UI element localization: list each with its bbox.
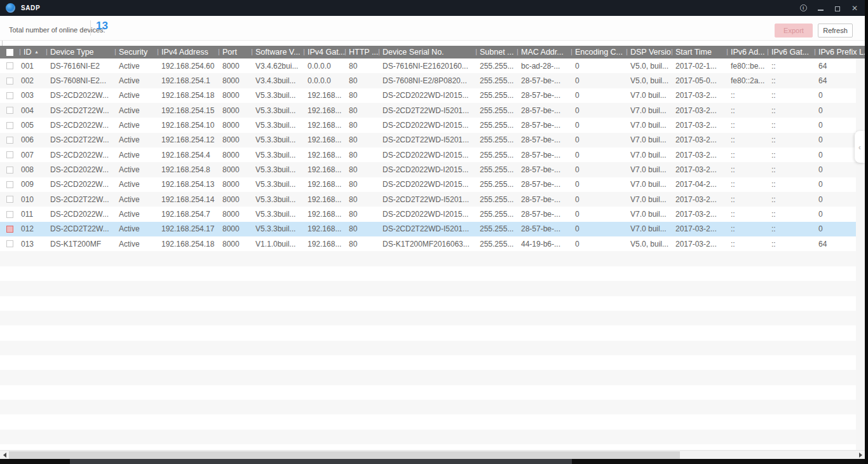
table-row[interactable]: 009DS-2CD2022W...Active192.168.254.13800… [0,177,865,192]
row-checkbox[interactable] [6,122,13,129]
hscroll-thumb[interactable] [9,451,680,459]
column-header-ipv6_gateway[interactable]: |IPv6 Gat... [767,46,814,58]
cell-dsp_version: V7.0 buil... [626,177,671,192]
column-header-encoding_channels[interactable]: |Encoding C... [571,46,626,58]
row-checkbox[interactable] [6,78,13,85]
column-header-label: ID [24,48,32,57]
desktop-strip-bottom [0,459,865,464]
cell-ipv4_gateway: 192.168... [303,236,344,251]
column-header-ipv6_prefix_length[interactable]: |IPv6 Prefix L... [814,46,868,58]
cell-start_time: 2017-04-2... [671,177,726,192]
row-checkbox-cell [0,73,19,88]
column-header-subnet_mask[interactable]: |Subnet ... [475,46,517,58]
cell-id: 007 [19,147,46,162]
sadp-window: SADP i ✕ Total number of online devices:… [0,0,868,464]
export-button[interactable]: Export [775,24,813,38]
cell-dsp_version: V7.0 buil... [626,147,671,162]
table-row[interactable]: 007DS-2CD2022W...Active192.168.254.48000… [0,147,865,162]
cell-id: 013 [19,236,46,251]
column-header-ipv6_address[interactable]: |IPv6 Ad... [726,46,767,58]
row-checkbox[interactable] [6,167,13,174]
cell-ipv4_gateway: 192.168... [303,207,344,221]
column-header-device_serial_no[interactable]: |Device Serial No. [378,46,475,58]
column-header-id[interactable]: |ID▴ [19,46,46,58]
column-header-start_time[interactable]: |Start Time [671,46,726,58]
cell-device_serial_no: DS-2CD2T22WD-I5201... [378,133,475,147]
column-header-device_type[interactable]: |Device Type [46,46,114,58]
cell-encoding_channels: 0 [571,177,626,192]
column-header-http_port[interactable]: |HTTP ... [344,46,378,58]
column-header-dsp_version[interactable]: |DSP Version [626,46,671,58]
cell-software_version: V3.4.62bui... [251,58,303,73]
cell-ipv4_address: 192.168.254.15 [157,103,218,118]
restore-icon[interactable] [832,3,843,13]
horizontal-scrollbar[interactable] [0,450,865,459]
row-checkbox[interactable] [6,92,13,99]
table-row[interactable]: 008DS-2CD2022W...Active192.168.254.88000… [0,162,865,177]
column-header-port[interactable]: |Port [218,46,251,58]
select-all-checkbox[interactable] [6,49,13,56]
column-header-ipv4_gateway[interactable]: |IPv4 Gat... [303,46,344,58]
cell-security: Active [114,177,157,192]
column-header-label: Port [222,48,237,57]
row-checkbox[interactable] [6,196,13,203]
cell-device_type: DS-2CD2T22W... [46,192,114,207]
scroll-left-arrow-icon[interactable] [0,451,9,460]
cell-device_type: DS-2CD2T22W... [46,133,114,147]
scroll-right-arrow-icon[interactable] [856,451,865,460]
table-row[interactable]: 012DS-2CD2T22W...Active192.168.254.17800… [0,222,865,236]
column-header-ipv4_address[interactable]: |IPv4 Address [157,46,218,58]
cell-http_port: 80 [344,103,378,118]
table-row[interactable]: 004DS-2CD2T22W...Active192.168.254.15800… [0,103,865,118]
table-row[interactable]: 001DS-7616NI-E2Active192.168.254.608000V… [0,58,865,73]
cell-ipv6_address: :: [726,162,767,177]
close-icon[interactable]: ✕ [850,3,860,13]
table-row[interactable]: 003DS-2CD2022W...Active192.168.254.18800… [0,88,865,103]
window-controls: i ✕ [798,0,860,16]
table-row[interactable]: 013DS-K1T200MFActive192.168.254.188000V1… [0,236,865,251]
empty-table-row [0,281,865,296]
row-checkbox[interactable] [6,137,13,144]
sort-ascending-icon: ▴ [36,49,38,55]
cell-encoding_channels: 0 [571,236,626,251]
column-header-security[interactable]: |Security [114,46,157,58]
minimize-icon[interactable] [815,3,825,13]
cell-encoding_channels: 0 [571,58,626,73]
select-all-header-cell [0,46,19,58]
row-checkbox[interactable] [6,226,13,233]
info-icon[interactable]: i [798,3,808,13]
table-row[interactable]: 010DS-2CD2T22W...Active192.168.254.14800… [0,192,865,207]
row-checkbox[interactable] [6,181,13,188]
cell-ipv6_address: :: [726,133,767,147]
refresh-button[interactable]: Refresh [818,24,853,38]
cell-ipv6_address: fe80::2a... [726,73,767,88]
vertical-scrollbar[interactable] [856,58,865,450]
table-row[interactable]: 005DS-2CD2022W...Active192.168.254.10800… [0,118,865,132]
cell-subnet_mask: 255.255... [475,177,517,192]
cell-mac_address: 28-57-be-... [517,222,571,236]
row-checkbox[interactable] [6,62,13,69]
cell-software_version: V5.3.3buil... [251,162,303,177]
cell-ipv4_address: 192.168.254.18 [157,88,218,103]
cell-subnet_mask: 255.255... [475,147,517,162]
cell-id: 009 [19,177,46,192]
cell-port: 8000 [218,177,251,192]
column-header-software_version[interactable]: |Software V... [251,46,303,58]
cell-security: Active [114,236,157,251]
row-checkbox[interactable] [6,107,13,114]
cell-port: 8000 [218,73,251,88]
cell-port: 8000 [218,236,251,251]
table-row[interactable]: 006DS-2CD2T22W...Active192.168.254.12800… [0,133,865,147]
cell-dsp_version: V7.0 buil... [626,162,671,177]
column-header-mac_address[interactable]: |MAC Addr... [517,46,571,58]
row-checkbox[interactable] [6,211,13,218]
table-row[interactable]: 002DS-7608NI-E2...Active192.168.254.1800… [0,73,865,88]
table-row[interactable]: 011DS-2CD2022W...Active192.168.254.78000… [0,207,865,221]
row-checkbox-cell [0,118,19,132]
cell-ipv6_gateway: :: [767,236,814,251]
cell-security: Active [114,147,157,162]
row-checkbox[interactable] [6,240,13,247]
cell-dsp_version: V5.0, buil... [626,73,671,88]
row-checkbox[interactable] [6,151,13,158]
device-panel-toggle[interactable]: ‹ [855,131,865,163]
